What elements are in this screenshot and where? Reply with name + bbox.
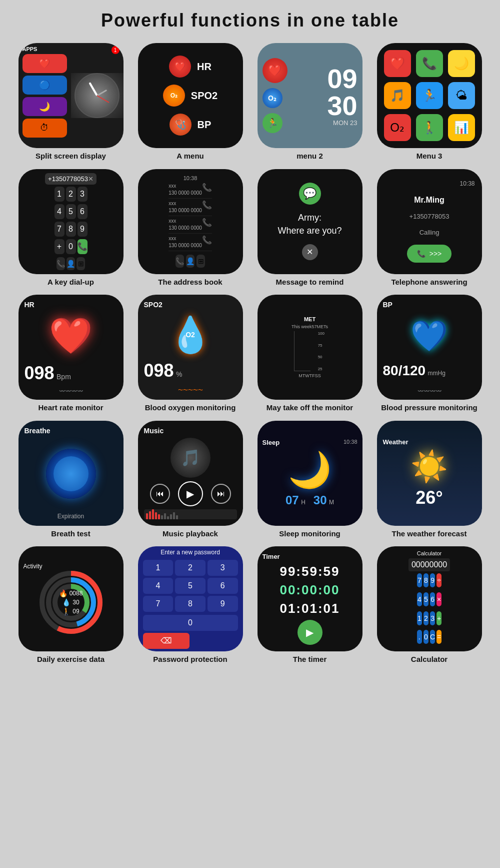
wave-bar-2 [149,511,151,519]
pass-key-8[interactable]: 8 [175,596,206,612]
bp-circle[interactable]: 🩺 [170,114,192,136]
cell-calculator: Calculator 00000000 7 8 9 ÷ 4 5 6 × 1 2 … [374,546,485,664]
sleep-time: 10:38 [344,439,358,446]
music-disc-icon: 🎵 [170,438,210,478]
menu2-o2-btn[interactable]: O₂ [262,88,282,108]
wave-bar-8 [167,516,169,519]
pass-delete-btn[interactable]: ⌫ [143,633,190,649]
menu2-run-btn[interactable]: 🏃 [262,113,282,133]
calc-key-0[interactable]: 0 [424,630,428,644]
calculator-label: Calculator [411,654,448,664]
menu3-music-icon[interactable]: 🎵 [384,82,411,109]
addr-contact-icon[interactable]: 👤 [186,255,194,268]
menu3-step-icon[interactable]: 🚶 [416,114,443,141]
pass-key-2[interactable]: 2 [175,560,206,576]
spo2-o2-text: O2 [186,331,195,339]
calc-key-4[interactable]: 4 [417,592,422,606]
dialup-key-2[interactable]: 2 [66,187,76,202]
pass-key-7[interactable]: 7 [143,596,174,612]
addr-call-2[interactable]: 📞 [202,200,212,210]
hr-label: Heart rate monitor [38,403,103,413]
sleep-m-val: 30 [314,493,327,507]
menu-bp-row: 🩺 BP [170,114,212,136]
calc-key-1[interactable]: 1 [417,611,422,625]
met-chart [294,331,310,371]
addr-call-1[interactable]: 📞 [202,183,212,192]
dialup-contacts-icon[interactable]: 👤 [66,257,75,270]
calc-key-5[interactable]: 5 [424,592,428,606]
menu2-label: menu 2 [296,151,323,161]
dialup-key-1[interactable]: 1 [54,187,64,202]
pass-key-0[interactable]: 0 [143,615,238,631]
menu3-weather-icon[interactable]: 🌤 [448,82,475,109]
calc-key-7[interactable]: 7 [417,573,422,587]
music-prev-btn[interactable]: ⏮ [150,484,170,504]
calc-key-2[interactable]: 2 [424,611,428,625]
spo2-unit: % [176,370,182,378]
app-btn-share[interactable]: 🔵 [22,76,67,95]
dialup-key-3[interactable]: 3 [78,187,88,202]
pass-key-4[interactable]: 4 [143,578,174,594]
hr-circle[interactable]: ❤️ [169,56,191,78]
password-zero-row: 0 ⌫ [143,615,238,649]
app-btn-moon[interactable]: 🌙 [22,97,67,116]
calc-key-dot[interactable]: . [417,630,422,644]
dialup-key-4[interactable]: 4 [54,204,64,219]
menu2-heart-btn[interactable]: ❤️ [262,58,288,83]
dialup-recent-icon[interactable]: 📞 [56,257,65,270]
dialup-key-5[interactable]: 5 [66,204,76,219]
music-next-btn[interactable]: ⏭ [211,484,231,504]
dialup-key-call[interactable]: 📞 [78,239,88,254]
pass-key-5[interactable]: 5 [175,578,206,594]
calc-key-div[interactable]: ÷ [436,573,442,587]
tel-answer-button[interactable]: 📞 >>> [407,245,452,263]
app-btn-timer[interactable]: ⏱ [22,119,67,138]
pass-key-6[interactable]: 6 [208,578,238,594]
dialup-key-8[interactable]: 8 [66,222,76,237]
wave-bar-4 [155,512,157,519]
spo2-reading: 098 % [144,360,182,381]
menu3-run-icon[interactable]: 🏃 [416,82,443,109]
calc-key-3[interactable]: 3 [430,611,435,625]
music-controls: ⏮ ▶ ⏭ [150,481,231,506]
calc-key-mul[interactable]: × [436,592,442,606]
dialup-key-7[interactable]: 7 [54,222,64,237]
dialup-grid-icon[interactable]: ⊞ [76,257,85,270]
music-play-btn[interactable]: ▶ [178,481,203,506]
calc-key-plus[interactable]: + [436,611,442,625]
spo2-circle[interactable]: O₂ [163,85,185,107]
calc-key-9[interactable]: 9 [430,573,435,587]
calc-key-eq[interactable]: = [436,630,442,644]
dialup-key-9[interactable]: 9 [78,222,88,237]
cell-dialup: +1350778053 ✕ 1 2 3 4 5 6 7 8 9 + 0 📞 📞 … [15,169,126,287]
menu3-chart-icon[interactable]: 📊 [448,114,475,141]
menu3-phone-icon[interactable]: 📞 [416,50,443,77]
activity-item-1: 🔥 0088 [59,589,83,597]
addr-grid-icon[interactable]: ⊞ [196,255,205,268]
calc-key-6[interactable]: 6 [430,592,435,606]
message-close-btn[interactable]: ✕ [302,244,318,260]
calc-key-c[interactable]: C [430,630,435,644]
calc-key-8[interactable]: 8 [424,573,428,587]
app-btn-heart[interactable]: ❤️ [22,54,67,73]
sleep-m-unit: M [329,499,334,506]
addr-phone-icon[interactable]: 📞 [176,255,184,268]
timer-play-btn[interactable]: ▶ [298,620,322,645]
menu3-sleep-icon[interactable]: 🌙 [448,50,475,77]
addr-call-3[interactable]: 📞 [202,218,212,227]
watch-dialup: +1350778053 ✕ 1 2 3 4 5 6 7 8 9 + 0 📞 📞 … [18,169,124,274]
dialup-key-0[interactable]: 0 [66,239,76,254]
sleep-header: Sleep 10:38 [262,439,358,446]
dialup-key-6[interactable]: 6 [78,204,88,219]
addr-call-4[interactable]: 📞 [202,235,212,245]
dialup-clear-icon[interactable]: ✕ [88,175,94,183]
dialup-key-plus[interactable]: + [54,239,64,254]
pass-key-1[interactable]: 1 [143,560,174,576]
pass-key-9[interactable]: 9 [208,596,238,612]
menu3-label: Menu 3 [416,151,442,161]
tel-time: 10:38 [460,180,474,187]
menu3-heart-icon[interactable]: ❤️ [384,50,411,77]
pass-key-3[interactable]: 3 [208,560,238,576]
menu3-o2-icon[interactable]: O₂ [384,114,411,141]
tel-arrow-icon: >>> [430,250,442,258]
